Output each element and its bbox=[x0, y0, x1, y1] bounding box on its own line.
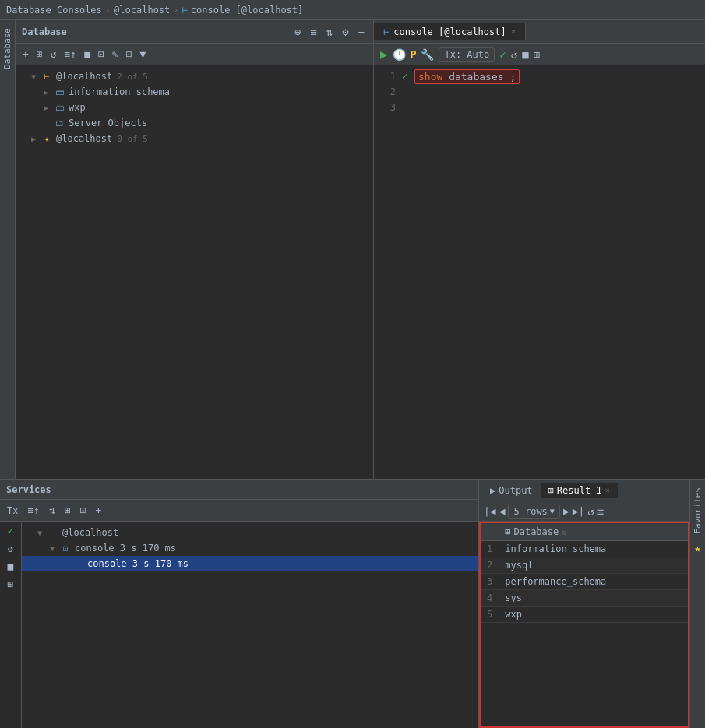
table-row[interactable]: 4 sys bbox=[481, 590, 688, 607]
add-datasource-icon[interactable]: ⊕ bbox=[292, 25, 303, 39]
console-panel: ⊢ console [@localhost] ✕ ▶ 🕐 P 🔧 Tx: Aut… bbox=[374, 20, 705, 479]
db-icon: ⊢ bbox=[41, 70, 53, 83]
copy-btn[interactable]: ⊞ bbox=[34, 47, 45, 61]
services-sort-btn[interactable]: ⇅ bbox=[47, 504, 58, 517]
tree-item-information-schema[interactable]: ▶ 🗃 information_schema bbox=[16, 84, 373, 100]
tree-arrow bbox=[62, 560, 72, 568]
services-collapse-btn[interactable]: ≡↑ bbox=[25, 504, 42, 517]
services-title: Services bbox=[6, 484, 51, 495]
table-row[interactable]: 5 wxp bbox=[481, 607, 688, 623]
editor-line-1: 1 ✓ show databases ; bbox=[374, 69, 705, 84]
services-console-group-label: console 3 s 170 ms bbox=[75, 543, 176, 554]
folder-icon: 🗂 bbox=[53, 117, 65, 129]
services-grid-btn[interactable]: ⊞ bbox=[62, 504, 73, 517]
sort-icon[interactable]: ⇅ bbox=[324, 25, 335, 39]
result-refresh-btn[interactable]: ↺ bbox=[587, 505, 594, 518]
keyword-show: show bbox=[418, 71, 442, 83]
line-check-1: ✓ bbox=[402, 71, 414, 82]
services-header: Services bbox=[0, 480, 478, 500]
breadcrumb-item-2[interactable]: @localhost bbox=[114, 5, 170, 16]
collapse-all-icon[interactable]: ≡ bbox=[308, 25, 319, 39]
services-table-btn[interactable]: ⊞ bbox=[8, 579, 14, 590]
properties-btn[interactable]: ⊡ bbox=[96, 47, 107, 61]
row-db-value: sys bbox=[499, 590, 688, 607]
tree-arrow: ▼ bbox=[50, 544, 59, 553]
console-tab-main[interactable]: ⊢ console [@localhost] ✕ bbox=[374, 23, 526, 40]
result-tab-result1[interactable]: ⊞ Result 1 ✕ bbox=[541, 483, 618, 498]
grid-icon[interactable]: ⊞ bbox=[534, 48, 540, 61]
filter-btn[interactable]: ▼ bbox=[137, 47, 148, 61]
favorites-star-icon[interactable]: ★ bbox=[694, 542, 700, 554]
schema-icon-wxp: 🗃 bbox=[53, 101, 65, 114]
result-tab-output[interactable]: ▶ Output bbox=[482, 483, 541, 498]
tree-item-localhost-second[interactable]: ▶ ✦ @localhost 0 of 5 bbox=[16, 131, 373, 146]
tree-badge-localhost-second: 0 of 5 bbox=[117, 134, 148, 144]
table-icon: ⊞ bbox=[548, 485, 554, 496]
services-tree-console-group[interactable]: ▼ ⊡ console 3 s 170 ms bbox=[22, 540, 478, 556]
new-btn[interactable]: + bbox=[20, 47, 31, 61]
nav-next-btn[interactable]: ▶ bbox=[563, 505, 569, 517]
tree-item-localhost-main[interactable]: ▼ ⊢ @localhost 2 of 5 bbox=[16, 69, 373, 84]
services-add-btn[interactable]: + bbox=[93, 504, 104, 517]
console-btn[interactable]: ⊡ bbox=[124, 47, 135, 61]
refresh-btn[interactable]: ↺ bbox=[48, 47, 59, 61]
settings-icon[interactable]: ⚙ bbox=[340, 25, 351, 39]
row-db-value: mysql bbox=[499, 557, 688, 574]
editor-line-2: 2 bbox=[374, 84, 705, 100]
tree-item-server-objects[interactable]: 🗂 Server Objects bbox=[16, 115, 373, 131]
rows-dropdown-icon[interactable]: ▼ bbox=[550, 507, 555, 515]
tree-label-info-schema: information_schema bbox=[69, 86, 170, 97]
check-icon[interactable]: ✓ bbox=[499, 48, 506, 61]
table-row[interactable]: 1 information_schema bbox=[481, 541, 688, 557]
console-tab-label: console [@localhost] bbox=[393, 26, 506, 37]
stop-icon[interactable]: ■ bbox=[522, 48, 528, 61]
result-tab-bar: ▶ Output ⊞ Result 1 ✕ bbox=[479, 480, 689, 501]
editor-area[interactable]: 1 ✓ show databases ; 2 3 bbox=[374, 65, 705, 479]
undo-icon[interactable]: ↺ bbox=[511, 48, 517, 61]
tx-auto-label[interactable]: Tx: Auto bbox=[439, 47, 495, 62]
result-tab-close-icon[interactable]: ✕ bbox=[605, 486, 610, 494]
th-sort-icon[interactable]: ⇅ bbox=[562, 528, 566, 536]
wrench-icon[interactable]: 🔧 bbox=[421, 48, 434, 61]
th-table-icon: ⊞ bbox=[505, 526, 510, 537]
db-tree: ▼ ⊢ @localhost 2 of 5 ▶ 🗃 information_sc… bbox=[16, 65, 373, 479]
table-row[interactable]: 3 performance_schema bbox=[481, 574, 688, 590]
console-toolbar: ▶ 🕐 P 🔧 Tx: Auto ✓ ↺ ■ ⊞ bbox=[374, 44, 705, 65]
output-icon: ▶ bbox=[490, 485, 495, 496]
jump-btn[interactable]: ≡↑ bbox=[62, 47, 79, 61]
tree-item-wxp[interactable]: ▶ 🗃 wxp bbox=[16, 100, 373, 115]
th-database-label: Database bbox=[513, 526, 559, 537]
services-console-btn[interactable]: ⊡ bbox=[78, 504, 89, 517]
th-database[interactable]: ⊞ Database ⇅ bbox=[499, 523, 688, 541]
table-row[interactable]: 2 mysql bbox=[481, 557, 688, 574]
services-check-btn[interactable]: ✓ bbox=[8, 525, 14, 536]
nav-first-btn[interactable]: |◀ bbox=[484, 505, 496, 517]
history-icon[interactable]: 🕐 bbox=[393, 48, 406, 61]
services-tree-localhost[interactable]: ▼ ⊢ @localhost bbox=[22, 525, 478, 540]
nav-prev-btn[interactable]: ◀ bbox=[499, 505, 506, 517]
services-undo-btn[interactable]: ↺ bbox=[8, 543, 14, 554]
result-menu-btn[interactable]: ≡ bbox=[597, 505, 604, 518]
line-content-1: show databases ; bbox=[414, 69, 520, 84]
breadcrumb-sep-2: › bbox=[173, 5, 178, 16]
profile-icon[interactable]: P bbox=[411, 48, 417, 60]
console-tab-close-icon[interactable]: ✕ bbox=[511, 26, 516, 37]
tree-label-server-objects: Server Objects bbox=[69, 118, 147, 128]
services-stop-btn[interactable]: ■ bbox=[8, 561, 14, 572]
services-console-item-icon: ⊢ bbox=[72, 557, 84, 570]
nav-last-btn[interactable]: ▶| bbox=[573, 505, 585, 517]
services-tree-console-item[interactable]: ⊢ console 3 s 170 ms bbox=[22, 556, 478, 571]
vertical-tab-label[interactable]: Database bbox=[1, 23, 14, 74]
run-button[interactable]: ▶ bbox=[380, 47, 388, 62]
stop-btn[interactable]: ■ bbox=[82, 47, 93, 61]
breadcrumb-item-1[interactable]: Database Consoles bbox=[6, 5, 102, 16]
output-tab-label: Output bbox=[499, 485, 532, 496]
minimize-icon[interactable]: − bbox=[356, 25, 367, 39]
db-toolbar: + ⊞ ↺ ≡↑ ■ ⊡ ✎ ⊡ ▼ bbox=[16, 44, 373, 65]
rows-count: 5 rows bbox=[513, 506, 547, 517]
edit-btn[interactable]: ✎ bbox=[110, 47, 121, 61]
breadcrumb-item-3[interactable]: console [@localhost] bbox=[191, 5, 304, 16]
schema-icon: 🗃 bbox=[53, 86, 65, 98]
services-console-item-label: console 3 s 170 ms bbox=[87, 558, 189, 569]
row-db-value: information_schema bbox=[499, 541, 688, 557]
